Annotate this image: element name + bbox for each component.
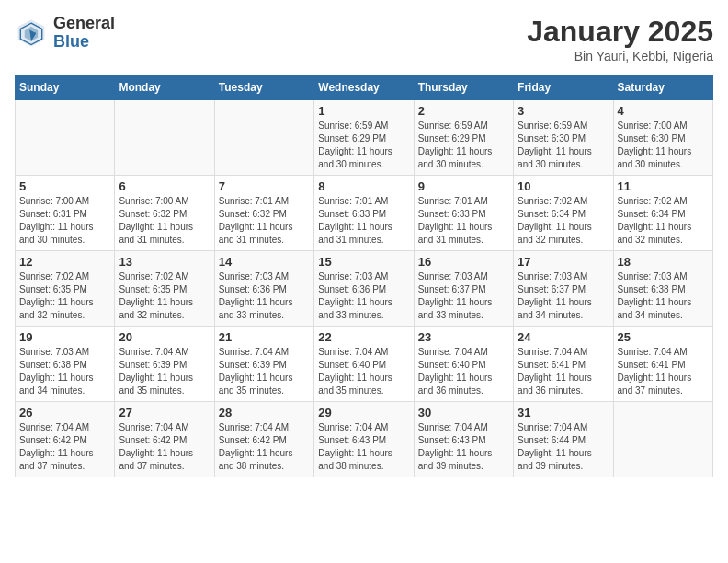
calendar-day-cell: 18Sunrise: 7:03 AM Sunset: 6:38 PM Dayli… [613, 251, 712, 327]
day-info: Sunrise: 7:04 AM Sunset: 6:42 PM Dayligh… [219, 421, 310, 473]
day-number: 2 [418, 104, 509, 118]
calendar-day-cell: 22Sunrise: 7:04 AM Sunset: 6:40 PM Dayli… [314, 327, 414, 402]
calendar-day-cell: 1Sunrise: 6:59 AM Sunset: 6:29 PM Daylig… [314, 100, 414, 176]
logo-text: General Blue [53, 15, 115, 52]
day-info: Sunrise: 6:59 AM Sunset: 6:30 PM Dayligh… [518, 120, 609, 171]
calendar-week-row: 26Sunrise: 7:04 AM Sunset: 6:42 PM Dayli… [16, 402, 713, 477]
calendar-table: SundayMondayTuesdayWednesdayThursdayFrid… [15, 75, 713, 477]
logo: General Blue [15, 15, 115, 52]
day-info: Sunrise: 7:02 AM Sunset: 6:35 PM Dayligh… [119, 270, 210, 322]
day-number: 21 [219, 330, 310, 344]
calendar-week-row: 5Sunrise: 7:00 AM Sunset: 6:31 PM Daylig… [16, 176, 713, 251]
calendar-day-cell: 8Sunrise: 7:01 AM Sunset: 6:33 PM Daylig… [314, 176, 414, 251]
day-info: Sunrise: 7:00 AM Sunset: 6:31 PM Dayligh… [19, 195, 110, 247]
day-info: Sunrise: 7:02 AM Sunset: 6:34 PM Dayligh… [518, 195, 609, 247]
calendar-day-cell: 6Sunrise: 7:00 AM Sunset: 6:32 PM Daylig… [115, 176, 214, 251]
day-info: Sunrise: 7:04 AM Sunset: 6:42 PM Dayligh… [119, 421, 210, 473]
day-number: 24 [518, 330, 609, 344]
day-of-week-header: Thursday [414, 75, 513, 100]
day-info: Sunrise: 6:59 AM Sunset: 6:29 PM Dayligh… [318, 120, 409, 171]
day-number: 28 [219, 406, 310, 419]
day-of-week-header: Saturday [613, 75, 712, 100]
day-number: 23 [418, 330, 509, 344]
day-number: 30 [418, 406, 509, 419]
calendar-day-cell: 17Sunrise: 7:03 AM Sunset: 6:37 PM Dayli… [514, 251, 613, 327]
day-info: Sunrise: 7:03 AM Sunset: 6:38 PM Dayligh… [19, 346, 110, 397]
calendar-day-cell: 12Sunrise: 7:02 AM Sunset: 6:35 PM Dayli… [16, 251, 115, 327]
calendar-day-cell: 30Sunrise: 7:04 AM Sunset: 6:43 PM Dayli… [414, 402, 513, 477]
day-number: 20 [119, 330, 210, 344]
day-number: 14 [219, 255, 310, 269]
day-of-week-header: Monday [115, 75, 214, 100]
calendar-day-cell: 4Sunrise: 7:00 AM Sunset: 6:30 PM Daylig… [613, 100, 712, 176]
calendar-week-row: 19Sunrise: 7:03 AM Sunset: 6:38 PM Dayli… [16, 327, 713, 402]
day-info: Sunrise: 7:00 AM Sunset: 6:32 PM Dayligh… [119, 195, 210, 247]
page-header: General Blue January 2025 Bin Yauri, Keb… [15, 15, 713, 63]
title-block: January 2025 Bin Yauri, Kebbi, Nigeria [527, 15, 713, 63]
day-number: 29 [318, 406, 409, 419]
day-info: Sunrise: 7:03 AM Sunset: 6:37 PM Dayligh… [518, 270, 609, 322]
calendar-day-cell [16, 100, 115, 176]
calendar-day-cell: 31Sunrise: 7:04 AM Sunset: 6:44 PM Dayli… [514, 402, 613, 477]
calendar-day-cell [214, 100, 313, 176]
calendar-day-cell: 26Sunrise: 7:04 AM Sunset: 6:42 PM Dayli… [16, 402, 115, 477]
logo-general-text: General [53, 15, 115, 33]
calendar-day-cell: 24Sunrise: 7:04 AM Sunset: 6:41 PM Dayli… [514, 327, 613, 402]
calendar-day-cell: 13Sunrise: 7:02 AM Sunset: 6:35 PM Dayli… [115, 251, 214, 327]
calendar-day-cell [613, 402, 712, 477]
day-number: 10 [518, 179, 609, 193]
day-number: 17 [518, 255, 609, 269]
day-number: 6 [119, 179, 210, 193]
calendar-header-row: SundayMondayTuesdayWednesdayThursdayFrid… [16, 75, 713, 100]
day-info: Sunrise: 7:01 AM Sunset: 6:33 PM Dayligh… [418, 195, 509, 247]
calendar-day-cell: 15Sunrise: 7:03 AM Sunset: 6:36 PM Dayli… [314, 251, 414, 327]
day-number: 9 [418, 179, 509, 193]
calendar-day-cell: 21Sunrise: 7:04 AM Sunset: 6:39 PM Dayli… [214, 327, 313, 402]
calendar-day-cell: 10Sunrise: 7:02 AM Sunset: 6:34 PM Dayli… [514, 176, 613, 251]
calendar-week-row: 12Sunrise: 7:02 AM Sunset: 6:35 PM Dayli… [16, 251, 713, 327]
day-number: 18 [618, 255, 709, 269]
calendar-title: January 2025 [527, 15, 713, 49]
logo-icon [15, 17, 48, 50]
calendar-day-cell: 11Sunrise: 7:02 AM Sunset: 6:34 PM Dayli… [613, 176, 712, 251]
day-number: 11 [618, 179, 709, 193]
day-info: Sunrise: 7:04 AM Sunset: 6:43 PM Dayligh… [318, 421, 409, 473]
day-info: Sunrise: 7:04 AM Sunset: 6:43 PM Dayligh… [418, 421, 509, 473]
day-info: Sunrise: 7:04 AM Sunset: 6:39 PM Dayligh… [219, 346, 310, 397]
calendar-day-cell: 7Sunrise: 7:01 AM Sunset: 6:32 PM Daylig… [214, 176, 313, 251]
day-of-week-header: Wednesday [314, 75, 414, 100]
day-number: 27 [119, 406, 210, 419]
day-number: 13 [119, 255, 210, 269]
day-info: Sunrise: 7:04 AM Sunset: 6:41 PM Dayligh… [618, 346, 709, 397]
day-number: 7 [219, 179, 310, 193]
day-info: Sunrise: 7:04 AM Sunset: 6:39 PM Dayligh… [119, 346, 210, 397]
day-number: 5 [19, 179, 110, 193]
day-info: Sunrise: 7:02 AM Sunset: 6:35 PM Dayligh… [19, 270, 110, 322]
day-number: 22 [318, 330, 409, 344]
day-info: Sunrise: 7:02 AM Sunset: 6:34 PM Dayligh… [618, 195, 709, 247]
day-number: 1 [318, 104, 409, 118]
day-number: 31 [518, 406, 609, 419]
calendar-day-cell: 25Sunrise: 7:04 AM Sunset: 6:41 PM Dayli… [613, 327, 712, 402]
day-number: 16 [418, 255, 509, 269]
calendar-day-cell [115, 100, 214, 176]
calendar-day-cell: 29Sunrise: 7:04 AM Sunset: 6:43 PM Dayli… [314, 402, 414, 477]
calendar-day-cell: 19Sunrise: 7:03 AM Sunset: 6:38 PM Dayli… [16, 327, 115, 402]
day-info: Sunrise: 7:03 AM Sunset: 6:37 PM Dayligh… [418, 270, 509, 322]
calendar-day-cell: 20Sunrise: 7:04 AM Sunset: 6:39 PM Dayli… [115, 327, 214, 402]
day-number: 25 [618, 330, 709, 344]
day-info: Sunrise: 7:04 AM Sunset: 6:42 PM Dayligh… [19, 421, 110, 473]
calendar-day-cell: 9Sunrise: 7:01 AM Sunset: 6:33 PM Daylig… [414, 176, 513, 251]
day-info: Sunrise: 7:03 AM Sunset: 6:36 PM Dayligh… [219, 270, 310, 322]
calendar-day-cell: 27Sunrise: 7:04 AM Sunset: 6:42 PM Dayli… [115, 402, 214, 477]
calendar-day-cell: 16Sunrise: 7:03 AM Sunset: 6:37 PM Dayli… [414, 251, 513, 327]
day-info: Sunrise: 6:59 AM Sunset: 6:29 PM Dayligh… [418, 120, 509, 171]
calendar-day-cell: 14Sunrise: 7:03 AM Sunset: 6:36 PM Dayli… [214, 251, 313, 327]
logo-blue-text: Blue [53, 33, 115, 52]
day-of-week-header: Sunday [16, 75, 115, 100]
calendar-day-cell: 5Sunrise: 7:00 AM Sunset: 6:31 PM Daylig… [16, 176, 115, 251]
day-number: 19 [19, 330, 110, 344]
day-info: Sunrise: 7:03 AM Sunset: 6:38 PM Dayligh… [618, 270, 709, 322]
day-info: Sunrise: 7:01 AM Sunset: 6:32 PM Dayligh… [219, 195, 310, 247]
calendar-day-cell: 3Sunrise: 6:59 AM Sunset: 6:30 PM Daylig… [514, 100, 613, 176]
